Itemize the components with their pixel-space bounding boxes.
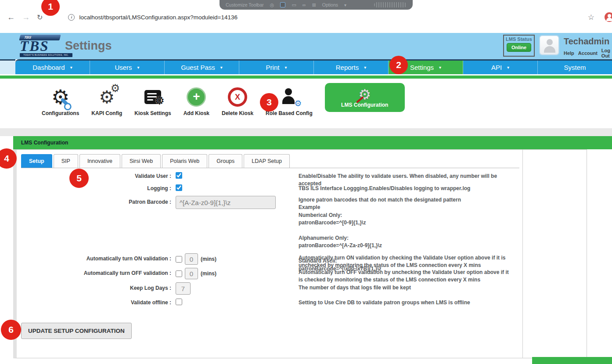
keep-log-days-label: Keep Log Days : bbox=[17, 285, 171, 291]
nav-item-reports[interactable]: Reports▾ bbox=[314, 61, 389, 74]
avatar-head bbox=[547, 39, 553, 45]
validate-offline-help: Setting to Use Cire DB to validate patro… bbox=[299, 299, 509, 306]
chevron-down-icon: ▾ bbox=[364, 65, 366, 70]
page-background-band bbox=[0, 128, 612, 136]
address-bar[interactable]: localhost/tbsportal/LMSConfiguration.asp… bbox=[79, 14, 238, 21]
logging-label: Logging : bbox=[17, 185, 171, 191]
nav-item-users[interactable]: Users▾ bbox=[90, 61, 165, 74]
nav-item-print[interactable]: Print▾ bbox=[239, 61, 314, 74]
avatar-body bbox=[544, 46, 555, 53]
patron-barcode-input[interactable] bbox=[176, 196, 276, 209]
toolbar-item-kapi-config[interactable]: ⚙⚙ KAPI Config bbox=[91, 85, 122, 116]
auto-off-checkbox[interactable] bbox=[176, 270, 182, 277]
validate-user-control bbox=[176, 172, 182, 179]
lms-status-box: LMS Status Online bbox=[503, 35, 535, 57]
user-links: Help Account Log Out bbox=[564, 48, 612, 58]
drag-handle[interactable] bbox=[374, 2, 407, 7]
keep-log-days-input[interactable] bbox=[176, 282, 191, 295]
logging-help: TBS ILS Interface Loggging.Enables/Disab… bbox=[299, 185, 509, 192]
logout-link[interactable]: Log Out bbox=[601, 48, 612, 58]
page-title: Settings bbox=[65, 39, 112, 53]
panel-column-divider bbox=[522, 150, 523, 358]
logging-control bbox=[176, 184, 182, 191]
tbs-logo-banner: TBS bbox=[19, 35, 61, 40]
annotation-step-6: 6 bbox=[1, 320, 21, 340]
validate-user-label: Validate User : bbox=[17, 173, 171, 179]
auto-on-control: (mins) bbox=[176, 253, 216, 265]
freeform-icon[interactable]: ∞ bbox=[302, 3, 306, 7]
tab-polaris-web[interactable]: Polaris Web bbox=[162, 154, 207, 168]
auto-off-control: (mins) bbox=[176, 268, 216, 279]
chevron-down-icon: ▾ bbox=[439, 65, 441, 70]
logging-checkbox[interactable] bbox=[176, 184, 182, 191]
chevron-down-icon: ▾ bbox=[344, 3, 346, 7]
x-circle-icon: X bbox=[228, 87, 247, 107]
toolbar-item-add-kiosk[interactable]: + Add Kiosk bbox=[184, 85, 209, 116]
tab-ldap-setup[interactable]: LDAP Setup bbox=[244, 154, 290, 168]
auto-on-mins-input[interactable] bbox=[185, 253, 198, 265]
circle-icon[interactable]: ◎ bbox=[270, 3, 274, 7]
options-label[interactable]: Options bbox=[322, 2, 338, 7]
lms-tabs: Setup SIP Innovative Sirsi Web Polaris W… bbox=[21, 154, 519, 168]
auto-on-help: Automatically turn ON validation by chec… bbox=[299, 254, 509, 270]
kiosk-list-icon: ⚙ bbox=[144, 90, 161, 104]
patron-barcode-control bbox=[176, 196, 276, 209]
window-icon[interactable]: ⊞ bbox=[312, 3, 316, 7]
validate-offline-control bbox=[176, 299, 182, 305]
tab-innovative[interactable]: Innovative bbox=[79, 154, 120, 168]
pencil-icon bbox=[356, 96, 364, 103]
auto-off-label: Automatically turn OFF validation : bbox=[17, 270, 171, 276]
back-icon[interactable]: ← bbox=[7, 13, 15, 22]
toolbar-item-lms-configuration-active[interactable]: ⚙ LMS Configuration bbox=[325, 83, 405, 112]
reload-icon[interactable]: ↻ bbox=[37, 13, 43, 22]
bookmark-star-icon[interactable]: ☆ bbox=[588, 13, 594, 22]
auto-on-mins-suffix: (mins) bbox=[201, 256, 216, 262]
tab-groups[interactable]: Groups bbox=[209, 154, 242, 168]
nav-item-system[interactable]: System bbox=[538, 61, 612, 74]
browser-profile-icon[interactable] bbox=[605, 12, 612, 22]
validate-user-checkbox[interactable] bbox=[176, 172, 182, 179]
nav-item-api[interactable]: API▾ bbox=[463, 61, 538, 74]
auto-off-mins-input[interactable] bbox=[185, 268, 198, 279]
site-info-icon[interactable]: i bbox=[68, 14, 75, 21]
validate-offline-label: Validate offline : bbox=[17, 299, 171, 306]
nav-item-dashboard[interactable]: Dashboard▾ bbox=[15, 61, 90, 74]
main-nav: Dashboard▾ Users▾ Guest Pass▾ Print▾ Rep… bbox=[15, 59, 612, 74]
panel-title-bar: LMS Configuration bbox=[13, 136, 612, 149]
annotation-step-5: 5 bbox=[69, 169, 89, 188]
chevron-down-icon: ▾ bbox=[507, 65, 509, 70]
help-link[interactable]: Help bbox=[564, 50, 574, 56]
auto-on-checkbox[interactable] bbox=[176, 256, 182, 263]
toolbar-item-configurations[interactable]: ⚙ Configurations bbox=[42, 85, 79, 116]
toolbar-item-kiosk-settings[interactable]: ⚙ Kiosk Settings bbox=[134, 85, 171, 116]
account-link[interactable]: Account bbox=[578, 50, 598, 56]
keep-log-days-control bbox=[176, 282, 191, 295]
settings-icon-toolbar: ⚙ Configurations ⚙⚙ KAPI Config ⚙ Kiosk … bbox=[0, 79, 612, 128]
rectangle-icon[interactable]: ▭ bbox=[292, 3, 296, 7]
annotation-step-3: 3 bbox=[260, 93, 278, 112]
avatar[interactable] bbox=[539, 35, 559, 55]
plus-circle-icon: + bbox=[187, 87, 206, 107]
nav-item-guest-pass[interactable]: Guest Pass▾ bbox=[165, 61, 239, 74]
toolbar-item-delete-kiosk[interactable]: X Delete Kiosk bbox=[222, 85, 253, 116]
tbs-logo-caption: TODAY'S BUSINESS SOLUTIONS, INC. bbox=[20, 53, 72, 57]
update-setup-configuration-button[interactable]: UPDATE SETUP CONFIGURATION bbox=[21, 323, 132, 339]
keep-log-days-help: The number of days that logs file will b… bbox=[299, 284, 509, 292]
validate-offline-checkbox[interactable] bbox=[176, 299, 182, 305]
customize-toolbar-overlay: Customize Toolbar ◎ ▭ ∞ ⊞ Options ▾ bbox=[220, 0, 413, 10]
lms-status-label: LMS Status bbox=[504, 36, 534, 42]
green-divider-strip bbox=[0, 76, 612, 79]
gear-pencil-icon: ⚙ bbox=[358, 87, 371, 101]
bottom-green-bar bbox=[532, 357, 612, 364]
auto-off-help: Automatically turn OFF validation by unc… bbox=[299, 269, 509, 284]
chevron-down-icon: ▾ bbox=[220, 65, 223, 70]
annotation-step-2: 2 bbox=[389, 56, 408, 74]
tab-setup[interactable]: Setup bbox=[21, 154, 52, 168]
selected-tool-icon[interactable] bbox=[280, 2, 285, 7]
lms-status-badge: Online bbox=[507, 43, 531, 52]
tab-sip[interactable]: SIP bbox=[54, 154, 78, 168]
forward-icon[interactable]: → bbox=[22, 13, 30, 22]
patron-barcode-label: Patron Barcode : bbox=[17, 199, 171, 205]
gear-icon: ⚙ bbox=[155, 94, 165, 108]
tab-sirsi-web[interactable]: Sirsi Web bbox=[122, 154, 161, 168]
